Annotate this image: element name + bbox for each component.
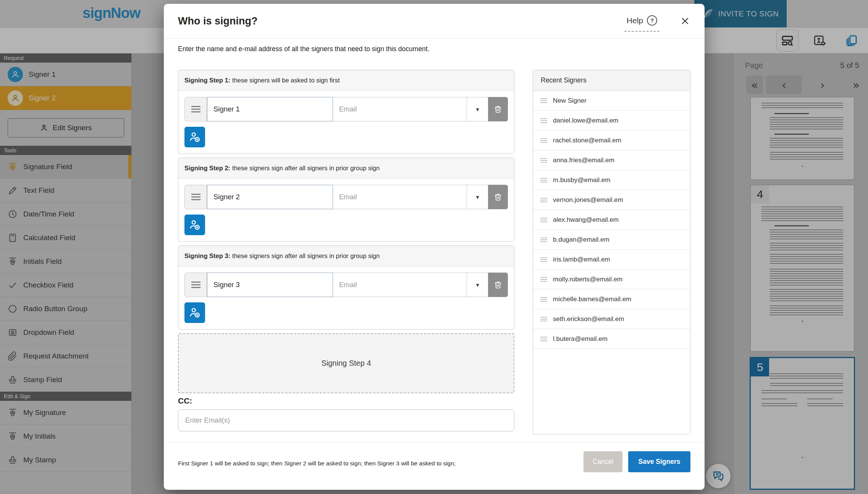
recent-signer-row[interactable]: New Signer: [533, 91, 690, 111]
signing-steps: Signing Step 1: these signers will be as…: [178, 70, 514, 393]
modal-footer-divider: [164, 442, 705, 442]
recent-signers-title: Recent Signers: [533, 70, 690, 91]
modal-header-divider: [164, 38, 705, 39]
signing-step-1: Signing Step 1: these signers will be as…: [178, 70, 514, 154]
chevron-down-icon[interactable]: ▾: [467, 185, 488, 209]
drag-handle-icon: [540, 237, 548, 242]
who-is-signing-modal: Who is signing? Help ? Enter the name an…: [164, 4, 705, 490]
recent-signer-row[interactable]: daniel.lowe@email.em: [533, 111, 690, 131]
signer-email-input[interactable]: [333, 185, 467, 209]
delete-signer-button[interactable]: [488, 97, 508, 121]
signing-step-2-header: Signing Step 2: these signers sign after…: [178, 158, 514, 179]
recent-signer-row[interactable]: alex.hwang@email.em: [533, 210, 690, 230]
drag-handle-icon: [540, 118, 548, 123]
recent-signer-row[interactable]: b.dugan@email.em: [533, 230, 690, 250]
recent-signer-row[interactable]: l.butera@email.em: [533, 329, 690, 349]
delete-signer-button[interactable]: [488, 273, 508, 297]
add-signer-button[interactable]: [184, 302, 205, 323]
delete-signer-button[interactable]: [488, 185, 508, 209]
drag-handle-icon: [540, 336, 548, 342]
drag-handle-icon: [540, 197, 548, 203]
drag-handle-icon: [540, 297, 548, 302]
signing-step-2: Signing Step 2: these signers sign after…: [178, 158, 514, 242]
drag-handle-icon: [540, 217, 548, 223]
signer-email-input[interactable]: [333, 273, 467, 297]
recent-signer-row[interactable]: m.busby@email.em: [533, 170, 690, 190]
drag-handle-icon: [540, 138, 548, 143]
cc-label: CC:: [178, 396, 192, 405]
signer-row: ▾: [184, 97, 508, 121]
add-signer-button[interactable]: [184, 215, 205, 235]
drag-handle-icon: [540, 257, 548, 262]
drag-handle-icon: [540, 277, 548, 282]
drag-handle-icon[interactable]: [185, 185, 207, 209]
save-signers-button[interactable]: Save Signers: [628, 451, 690, 472]
signer-row: ▾: [184, 273, 508, 297]
signer-email-input[interactable]: [333, 97, 467, 121]
drag-handle-icon: [540, 158, 548, 163]
close-icon[interactable]: [680, 16, 690, 26]
cc-email-input[interactable]: [178, 409, 514, 431]
recent-signer-row[interactable]: vernon.jones@email.em: [533, 190, 690, 210]
chevron-down-icon[interactable]: ▾: [467, 97, 488, 121]
signer-name-input[interactable]: [207, 97, 333, 121]
drag-handle-icon[interactable]: [185, 97, 207, 121]
recent-signer-row[interactable]: iris.lamb@email.em: [533, 250, 690, 270]
recent-signer-row[interactable]: rachel.stone@email.em: [533, 131, 690, 150]
help-button[interactable]: Help ?: [624, 15, 659, 32]
signing-step-3: Signing Step 3: these signers sign after…: [178, 245, 514, 329]
signer-name-input[interactable]: [207, 185, 333, 209]
recent-signer-row[interactable]: michelle.barnes@email.em: [533, 289, 690, 309]
app-root: signNow INVITE TO SIGN Request: [0, 0, 868, 494]
drag-handle-icon: [540, 98, 548, 103]
signing-order-summary: First Signer 1 will be asked to sign; th…: [178, 460, 456, 467]
drag-handle-icon: [540, 316, 548, 322]
signing-step-1-header: Signing Step 1: these signers will be as…: [178, 70, 514, 91]
drag-handle-icon: [540, 178, 548, 183]
recent-signer-row[interactable]: seth.erickson@email.em: [533, 309, 690, 329]
signer-row: ▾: [184, 185, 508, 209]
signing-step-3-header: Signing Step 3: these signers sign after…: [178, 246, 514, 266]
signer-name-input[interactable]: [207, 273, 333, 297]
signing-step-4-dropzone[interactable]: Signing Step 4: [178, 333, 514, 393]
add-signer-button[interactable]: [184, 127, 205, 147]
chevron-down-icon[interactable]: ▾: [467, 273, 488, 297]
help-question-icon: ?: [647, 15, 657, 26]
recent-signer-row[interactable]: anna.fries@email.em: [533, 150, 690, 170]
cancel-button[interactable]: Cancel: [584, 451, 622, 472]
modal-title: Who is signing?: [178, 15, 257, 27]
drag-handle-icon[interactable]: [185, 273, 207, 297]
recent-signer-row[interactable]: molly.roberts@email.em: [533, 270, 690, 289]
recent-signers-panel: Recent Signers New Signer daniel.lowe@em…: [533, 70, 690, 434]
modal-instruction: Enter the name and e-mail address of all…: [178, 45, 430, 53]
